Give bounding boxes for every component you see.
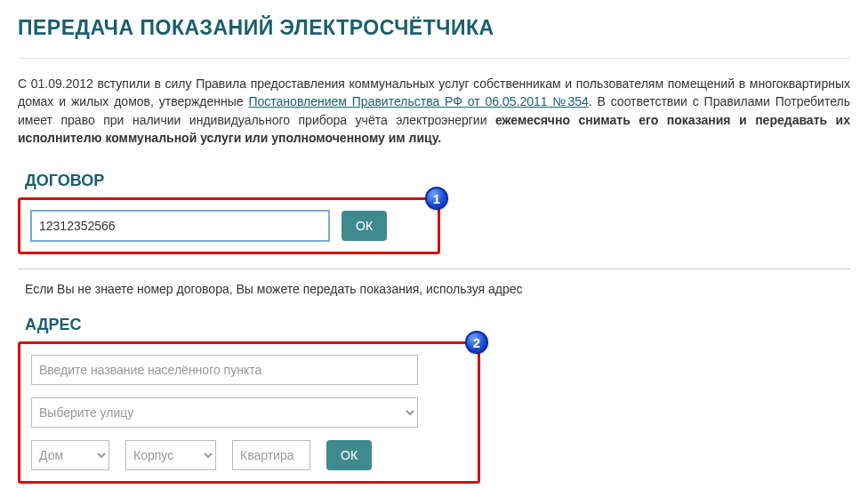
intro-paragraph: С 01.09.2012 вступили в силу Правила пре…: [18, 75, 850, 147]
locality-input[interactable]: [31, 355, 418, 385]
contract-box: 1 ОК: [18, 197, 440, 254]
address-ok-button[interactable]: ОК: [326, 440, 372, 470]
badge-1: 1: [425, 187, 448, 210]
hint-text: Если Вы не знаете номер договора, Вы мож…: [25, 282, 850, 296]
house-select[interactable]: Дом: [31, 440, 109, 470]
flat-input[interactable]: [232, 440, 310, 470]
divider-top: [18, 58, 850, 59]
contract-ok-button[interactable]: ОК: [342, 211, 387, 241]
page-title: ПЕРЕДАЧА ПОКАЗАНИЙ ЭЛЕКТРОСЧЁТЧИКА: [18, 16, 850, 40]
address-box: 2 Выберите улицу Дом Корпус ОК: [18, 341, 480, 484]
address-heading: АДРЕС: [25, 316, 850, 334]
contract-number-input[interactable]: [31, 211, 329, 241]
divider-mid: [18, 269, 850, 269]
badge-2: 2: [465, 331, 488, 354]
corp-select[interactable]: Корпус: [125, 440, 216, 470]
regulation-link[interactable]: Постановлением Правительства РФ от 06.05…: [248, 94, 588, 108]
street-select[interactable]: Выберите улицу: [31, 397, 418, 428]
